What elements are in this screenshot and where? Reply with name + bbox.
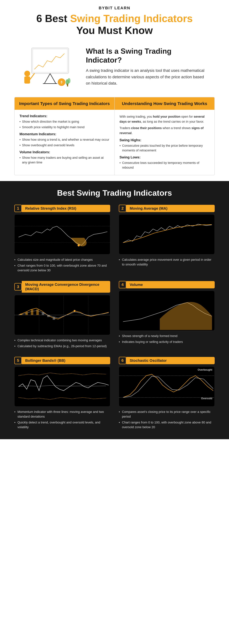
indicator-number-5: 5: [14, 357, 22, 364]
svg-text:₿: ₿: [61, 80, 62, 84]
svg-point-27: [74, 310, 76, 312]
illustration-svg: ₿: [23, 45, 77, 88]
indicator-card-macd: 3 Moving Average Convergence Divergence …: [14, 281, 110, 350]
svg-line-4: [30, 74, 34, 79]
list-item: Complex technical indicator combining tw…: [14, 338, 110, 342]
indicator-label-rsi: Relative Strength Index (RSI): [22, 205, 110, 212]
list-item: Chart ranges from 0 to 100, with overbou…: [119, 420, 215, 430]
svg-rect-24: [42, 312, 44, 315]
list-item: Consecutive lows succeeded by temporary …: [120, 160, 210, 170]
indicator-card-stoch: 6 Stochastic Oscillator Overbought Overs…: [119, 357, 215, 430]
list-item: Show how strong a trend is, and whether …: [20, 137, 110, 142]
indicator-header-rsi: 1 Relative Strength Index (RSI): [14, 205, 110, 212]
title-orange: Swing Trading Indicators: [70, 13, 193, 24]
svg-line-6: [50, 74, 56, 84]
svg-point-2: [24, 71, 30, 76]
indicator-bullets-rsi: Calculates size and magnitude of latest …: [14, 257, 110, 273]
indicator-chart-ma: [119, 214, 215, 254]
intro-text: What Is a Swing Trading Indicator? A swi…: [86, 47, 206, 86]
indicator-label-stoch: Stochastic Oscillator: [126, 357, 215, 364]
indicator-chart-volume: [119, 291, 215, 331]
indicator-label-volume: Volume: [126, 281, 215, 288]
indicator-card-rsi: 1 Relative Strength Index (RSI): [14, 205, 110, 274]
indicator-card-ma: 2 Moving Average (MA) Calculates average…: [119, 205, 215, 274]
indicator-header-ma: 2 Moving Average (MA): [119, 205, 215, 212]
indicator-label-macd: Moving Average Convergence Divergence (M…: [22, 281, 110, 293]
indicator-label-ma: Moving Average (MA): [126, 205, 215, 212]
indicator-header-bb: 5 Bollinger Bands® (BB): [14, 357, 110, 364]
indicator-number-1: 1: [14, 205, 22, 212]
volume-list: Show how many traders are buying and sel…: [20, 155, 110, 165]
list-item: Calculated by subtracting EMAs (e.g., 26…: [14, 344, 110, 348]
swing-para1: With swing trading, you hold your positi…: [120, 114, 210, 124]
list-item: Consecutive peaks touched by the price b…: [120, 143, 210, 153]
info-col-left-title: Important Types of Swing Trading Indicat…: [19, 101, 110, 106]
trend-title: Trend Indicators:: [20, 114, 110, 118]
title-part1: 6 Best: [36, 13, 70, 24]
title-part2: You Must Know: [76, 24, 153, 36]
indicator-chart-bb: [14, 366, 110, 406]
indicator-bullets-stoch: Compares asset's closing price to its pr…: [119, 410, 215, 430]
indicator-chart-macd: [14, 295, 110, 335]
momentum-list: Show how strong a trend is, and whether …: [20, 137, 110, 148]
indicator-bullets-bb: Momentum indicator with three lines: mov…: [14, 410, 110, 430]
indicator-label-bb: Bollinger Bands® (BB): [22, 357, 110, 364]
info-col-right-title: Understanding How Swing Trading Works: [119, 101, 210, 106]
swing-highs-list: Consecutive peaks touched by the price b…: [120, 143, 210, 153]
list-item: Show overbought and oversold levels: [20, 143, 110, 148]
swing-lows-list: Consecutive lows succeeded by temporary …: [120, 160, 210, 170]
list-item: Compares asset's closing price to its pr…: [119, 410, 215, 419]
svg-line-5: [44, 74, 50, 84]
indicator-header-volume: 4 Volume: [119, 281, 215, 288]
svg-point-11: [68, 78, 70, 83]
indicator-card-bb: 5 Bollinger Bands® (BB): [14, 357, 110, 430]
svg-rect-12: [67, 84, 68, 86]
main-title: 6 Best Swing Trading Indicators You Must…: [28, 12, 200, 36]
svg-rect-22: [31, 310, 33, 315]
indicator-bullets-volume: Shows strength of a newly formed trend I…: [119, 334, 215, 344]
info-col-right-header: Understanding How Swing Trading Works: [115, 97, 214, 110]
overbought-label: Overbought: [198, 368, 212, 371]
list-item: Calculates average price movement over a…: [119, 257, 215, 267]
momentum-title: Momentum Indicators:: [20, 132, 110, 136]
svg-point-15: [78, 244, 80, 246]
brand-text: BYBIT LEARN: [98, 6, 130, 10]
oversold-label: Oversold: [201, 397, 212, 400]
info-col-left: Important Types of Swing Trading Indicat…: [14, 97, 115, 175]
list-item: Chart ranges from 0 to 100, with overbou…: [14, 263, 110, 273]
indicator-header-stoch: 6 Stochastic Oscillator: [119, 357, 215, 364]
indicator-number-2: 2: [119, 205, 126, 212]
swing-para2: Traders close their positions when a tre…: [120, 126, 210, 136]
indicator-bullets-macd: Complex technical indicator combining tw…: [14, 338, 110, 348]
svg-rect-20: [20, 314, 22, 315]
intro-body: A swing trading indicator is an analysis…: [86, 68, 206, 86]
info-col-right: Understanding How Swing Trading Works Wi…: [115, 97, 214, 175]
list-item: Indicates buying or selling activity of …: [119, 340, 215, 344]
swing-lows-title: Swing Lows:: [120, 155, 210, 159]
indicator-bullets-ma: Calculates average price movement over a…: [119, 257, 215, 267]
indicator-number-3: 3: [14, 283, 22, 290]
list-item: Show how many traders are buying and sel…: [20, 155, 110, 165]
list-item: Momentum indicator with three lines: mov…: [14, 410, 110, 419]
page-wrapper: BYBIT LEARN 6 Best Swing Trading Indicat…: [0, 0, 229, 439]
list-item: Smooth price volatility to highlight mai…: [20, 125, 110, 130]
indicator-card-volume: 4 Volume Shows strength of a newly forme…: [119, 281, 215, 350]
indicators-grid: 1 Relative Strength Index (RSI): [14, 205, 215, 430]
intro-illustration: ₿: [23, 45, 77, 88]
svg-rect-25: [47, 315, 50, 317]
info-section: Important Types of Swing Trading Indicat…: [14, 97, 215, 176]
svg-rect-1: [33, 49, 67, 72]
list-item: Quickly detect a trend, overbought and o…: [14, 420, 110, 430]
indicator-header-macd: 3 Moving Average Convergence Divergence …: [14, 281, 110, 293]
list-item: Show which direction the market is going: [20, 119, 110, 124]
svg-rect-26: [53, 317, 55, 320]
info-col-left-header: Important Types of Swing Trading Indicat…: [14, 97, 114, 110]
trend-list: Show which direction the market is going…: [20, 119, 110, 130]
indicator-chart-stoch: Overbought Oversold: [119, 366, 215, 406]
indicator-number-4: 4: [119, 281, 126, 288]
intro-section: ₿ What Is a Swing Trading Indicator? A s…: [0, 39, 229, 94]
indicator-chart-rsi: [14, 214, 110, 254]
swing-highs-title: Swing Highs:: [120, 138, 210, 142]
svg-rect-3: [24, 76, 30, 84]
indicator-number-6: 6: [119, 357, 126, 364]
